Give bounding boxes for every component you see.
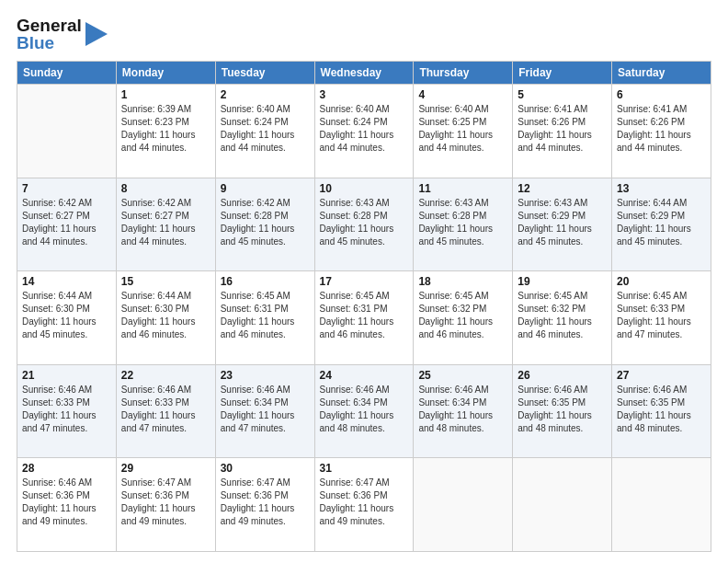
day-info: Sunrise: 6:45 AM Sunset: 6:32 PM Dayligh… — [418, 290, 507, 341]
svg-marker-0 — [85, 22, 108, 46]
day-number: 25 — [418, 369, 507, 382]
day-info: Sunrise: 6:47 AM Sunset: 6:36 PM Dayligh… — [320, 477, 409, 528]
day-info: Sunrise: 6:40 AM Sunset: 6:24 PM Dayligh… — [320, 103, 409, 155]
day-number: 29 — [121, 462, 210, 475]
day-cell — [612, 458, 711, 552]
calendar-table: SundayMondayTuesdayWednesdayThursdayFrid… — [17, 61, 711, 552]
day-info: Sunrise: 6:44 AM Sunset: 6:30 PM Dayligh… — [121, 290, 210, 341]
day-cell: 19Sunrise: 6:45 AM Sunset: 6:32 PM Dayli… — [513, 271, 612, 365]
day-number: 11 — [418, 182, 507, 195]
day-cell: 1Sunrise: 6:39 AM Sunset: 6:23 PM Daylig… — [116, 85, 215, 178]
logo-arrow-icon — [84, 17, 109, 52]
day-cell: 22Sunrise: 6:46 AM Sunset: 6:33 PM Dayli… — [116, 364, 215, 458]
day-cell: 26Sunrise: 6:46 AM Sunset: 6:35 PM Dayli… — [513, 364, 612, 458]
day-number: 7 — [22, 182, 111, 195]
day-number: 27 — [617, 369, 706, 382]
day-number: 5 — [518, 88, 607, 101]
day-cell — [17, 85, 117, 178]
day-cell: 28Sunrise: 6:46 AM Sunset: 6:36 PM Dayli… — [17, 458, 117, 552]
page: General Blue SundayMondayTuesdayWednesda… — [0, 0, 728, 563]
day-info: Sunrise: 6:46 AM Sunset: 6:35 PM Dayligh… — [518, 384, 607, 435]
header: General Blue — [17, 17, 711, 52]
day-cell: 2Sunrise: 6:40 AM Sunset: 6:24 PM Daylig… — [215, 85, 314, 178]
weekday-header-thursday: Thursday — [414, 62, 513, 85]
day-cell: 25Sunrise: 6:46 AM Sunset: 6:34 PM Dayli… — [414, 364, 513, 458]
day-info: Sunrise: 6:45 AM Sunset: 6:32 PM Dayligh… — [518, 290, 607, 341]
logo-blue-text: Blue — [17, 34, 82, 52]
day-number: 12 — [518, 182, 607, 195]
day-cell: 20Sunrise: 6:45 AM Sunset: 6:33 PM Dayli… — [612, 271, 711, 365]
day-number: 15 — [121, 275, 210, 288]
day-number: 19 — [518, 275, 607, 288]
day-number: 31 — [320, 462, 409, 475]
day-cell: 17Sunrise: 6:45 AM Sunset: 6:31 PM Dayli… — [314, 271, 414, 365]
day-info: Sunrise: 6:39 AM Sunset: 6:23 PM Dayligh… — [121, 103, 210, 155]
day-info: Sunrise: 6:47 AM Sunset: 6:36 PM Dayligh… — [121, 477, 210, 528]
day-number: 21 — [22, 369, 111, 382]
weekday-header-wednesday: Wednesday — [314, 62, 414, 85]
day-cell: 6Sunrise: 6:41 AM Sunset: 6:26 PM Daylig… — [612, 85, 711, 178]
day-info: Sunrise: 6:47 AM Sunset: 6:36 PM Dayligh… — [221, 477, 310, 528]
day-info: Sunrise: 6:42 AM Sunset: 6:27 PM Dayligh… — [121, 197, 210, 248]
day-info: Sunrise: 6:41 AM Sunset: 6:26 PM Dayligh… — [617, 103, 706, 155]
day-info: Sunrise: 6:46 AM Sunset: 6:36 PM Dayligh… — [22, 477, 111, 528]
day-cell: 12Sunrise: 6:43 AM Sunset: 6:29 PM Dayli… — [513, 178, 612, 271]
day-info: Sunrise: 6:46 AM Sunset: 6:34 PM Dayligh… — [418, 384, 507, 435]
day-info: Sunrise: 6:46 AM Sunset: 6:33 PM Dayligh… — [22, 384, 111, 435]
weekday-header-tuesday: Tuesday — [215, 62, 314, 85]
day-number: 17 — [320, 275, 409, 288]
weekday-header-sunday: Sunday — [17, 62, 117, 85]
weekday-header-monday: Monday — [116, 62, 215, 85]
day-info: Sunrise: 6:45 AM Sunset: 6:33 PM Dayligh… — [617, 290, 706, 341]
day-cell: 21Sunrise: 6:46 AM Sunset: 6:33 PM Dayli… — [17, 364, 117, 458]
day-number: 9 — [221, 182, 310, 195]
day-cell: 27Sunrise: 6:46 AM Sunset: 6:35 PM Dayli… — [612, 364, 711, 458]
day-cell: 10Sunrise: 6:43 AM Sunset: 6:28 PM Dayli… — [314, 178, 414, 271]
weekday-header-row: SundayMondayTuesdayWednesdayThursdayFrid… — [17, 62, 711, 85]
day-cell: 14Sunrise: 6:44 AM Sunset: 6:30 PM Dayli… — [17, 271, 117, 365]
day-cell: 13Sunrise: 6:44 AM Sunset: 6:29 PM Dayli… — [612, 178, 711, 271]
week-row-4: 21Sunrise: 6:46 AM Sunset: 6:33 PM Dayli… — [17, 364, 711, 458]
day-cell — [513, 458, 612, 552]
day-cell: 30Sunrise: 6:47 AM Sunset: 6:36 PM Dayli… — [215, 458, 314, 552]
day-info: Sunrise: 6:40 AM Sunset: 6:24 PM Dayligh… — [221, 103, 310, 155]
day-info: Sunrise: 6:44 AM Sunset: 6:29 PM Dayligh… — [617, 197, 706, 248]
week-row-2: 7Sunrise: 6:42 AM Sunset: 6:27 PM Daylig… — [17, 178, 711, 271]
day-info: Sunrise: 6:46 AM Sunset: 6:34 PM Dayligh… — [221, 384, 310, 435]
logo-wrapper: General Blue — [17, 17, 109, 52]
week-row-5: 28Sunrise: 6:46 AM Sunset: 6:36 PM Dayli… — [17, 458, 711, 552]
day-number: 13 — [617, 182, 706, 195]
day-info: Sunrise: 6:45 AM Sunset: 6:31 PM Dayligh… — [221, 290, 310, 341]
weekday-header-saturday: Saturday — [612, 62, 711, 85]
day-cell: 11Sunrise: 6:43 AM Sunset: 6:28 PM Dayli… — [414, 178, 513, 271]
day-cell: 16Sunrise: 6:45 AM Sunset: 6:31 PM Dayli… — [215, 271, 314, 365]
day-number: 3 — [320, 88, 409, 101]
day-number: 20 — [617, 275, 706, 288]
day-cell: 15Sunrise: 6:44 AM Sunset: 6:30 PM Dayli… — [116, 271, 215, 365]
day-cell: 7Sunrise: 6:42 AM Sunset: 6:27 PM Daylig… — [17, 178, 117, 271]
day-info: Sunrise: 6:45 AM Sunset: 6:31 PM Dayligh… — [320, 290, 409, 341]
day-number: 28 — [22, 462, 111, 475]
day-cell — [414, 458, 513, 552]
day-cell: 3Sunrise: 6:40 AM Sunset: 6:24 PM Daylig… — [314, 85, 414, 178]
day-cell: 24Sunrise: 6:46 AM Sunset: 6:34 PM Dayli… — [314, 364, 414, 458]
day-number: 2 — [221, 88, 310, 101]
day-info: Sunrise: 6:43 AM Sunset: 6:28 PM Dayligh… — [320, 197, 409, 248]
day-number: 8 — [121, 182, 210, 195]
day-cell: 8Sunrise: 6:42 AM Sunset: 6:27 PM Daylig… — [116, 178, 215, 271]
day-info: Sunrise: 6:43 AM Sunset: 6:29 PM Dayligh… — [518, 197, 607, 248]
day-number: 30 — [221, 462, 310, 475]
day-number: 10 — [320, 182, 409, 195]
day-number: 23 — [221, 369, 310, 382]
day-number: 24 — [320, 369, 409, 382]
day-info: Sunrise: 6:43 AM Sunset: 6:28 PM Dayligh… — [418, 197, 507, 248]
day-number: 14 — [22, 275, 111, 288]
day-number: 1 — [121, 88, 210, 101]
day-cell: 18Sunrise: 6:45 AM Sunset: 6:32 PM Dayli… — [414, 271, 513, 365]
day-number: 4 — [418, 88, 507, 101]
day-number: 6 — [617, 88, 706, 101]
day-info: Sunrise: 6:44 AM Sunset: 6:30 PM Dayligh… — [22, 290, 111, 341]
week-row-3: 14Sunrise: 6:44 AM Sunset: 6:30 PM Dayli… — [17, 271, 711, 365]
day-info: Sunrise: 6:46 AM Sunset: 6:35 PM Dayligh… — [617, 384, 706, 435]
day-cell: 31Sunrise: 6:47 AM Sunset: 6:36 PM Dayli… — [314, 458, 414, 552]
